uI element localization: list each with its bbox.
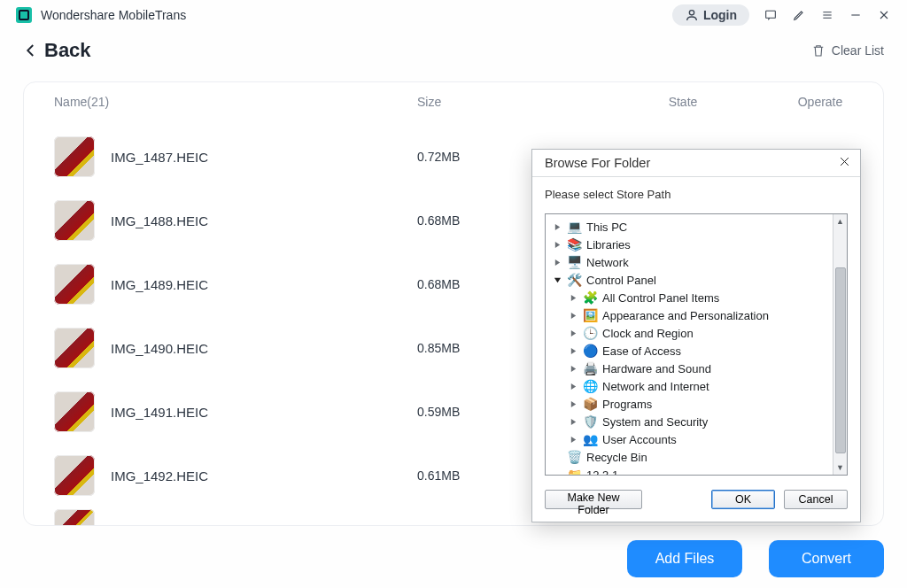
feedback-icon[interactable]	[764, 8, 778, 22]
folder-icon: 🖨️	[582, 362, 598, 375]
clear-list-label: Clear List	[832, 43, 884, 58]
close-button[interactable]	[877, 8, 891, 22]
chevron-right-icon[interactable]	[567, 415, 579, 428]
back-label: Back	[44, 39, 91, 62]
chevron-down-icon[interactable]	[551, 274, 563, 286]
thumbnail	[54, 136, 95, 177]
col-name: Name(21)	[54, 95, 417, 109]
tree-node[interactable]: 🕒Clock and Region	[546, 324, 833, 342]
tree-node[interactable]: 📚Libraries	[546, 236, 833, 253]
thumbnail	[54, 455, 95, 496]
menu-icon[interactable]	[820, 8, 834, 22]
tree-node-label: Recycle Bin	[586, 451, 647, 464]
minimize-button[interactable]	[849, 8, 863, 22]
tree-node[interactable]: 🗑️Recycle Bin	[546, 448, 833, 466]
login-button[interactable]: Login	[672, 4, 749, 26]
tree-node-label: User Accounts	[602, 433, 677, 446]
thumbnail	[54, 328, 95, 368]
chevron-right-icon[interactable]	[551, 256, 563, 268]
folder-icon: 💻	[566, 220, 582, 233]
ok-button[interactable]: OK	[711, 490, 775, 509]
folder-icon: 📁	[566, 468, 582, 475]
user-icon	[685, 8, 699, 22]
chevron-right-icon[interactable]	[567, 327, 579, 339]
tree-node[interactable]: 🖥️Network	[546, 253, 833, 271]
folder-icon: 📦	[582, 398, 598, 410]
chevron-right-icon[interactable]	[551, 238, 563, 251]
tree-node[interactable]: 🔵Ease of Access	[546, 342, 833, 360]
chevron-right-icon[interactable]	[567, 309, 579, 321]
tree-node[interactable]: 🖨️Hardware and Sound	[546, 360, 833, 377]
dialog-close-button[interactable]	[838, 155, 851, 171]
tree-node[interactable]: 👥User Accounts	[546, 430, 833, 448]
chevron-right-icon[interactable]	[567, 433, 579, 445]
tree-node[interactable]: 🛡️System and Security	[546, 413, 833, 430]
col-state: State	[585, 95, 780, 109]
app-title: Wondershare MobileTrans	[41, 8, 186, 22]
thumbnail	[54, 391, 95, 432]
file-name: IMG_1492.HEIC	[111, 468, 417, 484]
tree-node-label: Libraries	[586, 238, 631, 251]
tree-node-label: Control Panel	[586, 274, 656, 287]
tree-node[interactable]: 🖼️Appearance and Personalization	[546, 306, 833, 324]
tree-node[interactable]: 🛠️Control Panel	[546, 271, 833, 289]
file-name: IMG_1491.HEIC	[111, 405, 417, 420]
file-name: IMG_1487.HEIC	[111, 150, 417, 165]
folder-icon: 🔵	[582, 344, 598, 357]
tree-node[interactable]: 🧩All Control Panel Items	[546, 289, 833, 306]
chevron-right-icon[interactable]	[567, 380, 579, 392]
tree-node[interactable]: 📁12.3.1	[546, 466, 833, 475]
folder-tree[interactable]: 💻This PC📚Libraries🖥️Network🛠️Control Pan…	[546, 214, 833, 475]
svg-point-0	[689, 11, 694, 15]
thumbnail	[54, 509, 95, 525]
folder-icon: 🛡️	[582, 415, 598, 428]
tree-node-label: Appearance and Personalization	[602, 309, 769, 322]
folder-icon: 🖥️	[566, 256, 582, 268]
tree-node[interactable]: 📦Programs	[546, 395, 833, 413]
tree-node-label: Hardware and Sound	[602, 362, 711, 375]
expand-icon[interactable]	[551, 468, 563, 475]
tree-node[interactable]: 🌐Network and Internet	[546, 377, 833, 395]
tree-node-label: Programs	[602, 398, 652, 411]
tree-node-label: All Control Panel Items	[602, 291, 719, 305]
folder-icon: 🌐	[582, 380, 598, 392]
tree-node-label: Ease of Access	[602, 344, 681, 358]
trash-icon	[810, 43, 826, 58]
thumbnail	[54, 264, 95, 305]
folder-icon: 🕒	[582, 327, 598, 339]
tree-node[interactable]: 💻This PC	[546, 218, 833, 236]
tree-node-label: 12.3.1	[586, 468, 618, 476]
tree-node-label: Clock and Region	[602, 327, 694, 340]
tree-node-label: Network and Internet	[602, 380, 709, 393]
convert-button[interactable]: Convert	[769, 540, 884, 577]
chevron-right-icon[interactable]	[567, 398, 579, 410]
chevron-right-icon[interactable]	[567, 344, 579, 357]
app-logo	[16, 7, 32, 23]
folder-icon: 🖼️	[582, 309, 598, 321]
chevron-right-icon[interactable]	[567, 362, 579, 375]
browse-folder-dialog: Browse For Folder Please select Store Pa…	[531, 149, 861, 522]
dialog-instruction: Please select Store Path	[532, 177, 860, 213]
file-name: IMG_1488.HEIC	[111, 213, 417, 228]
folder-icon: 🧩	[582, 291, 598, 304]
tree-node-label: System and Security	[602, 415, 708, 429]
chevron-left-icon	[23, 43, 39, 58]
svg-rect-1	[766, 11, 776, 18]
clear-list-button[interactable]: Clear List	[810, 43, 884, 58]
dialog-scrollbar[interactable]: ▲ ▼	[833, 214, 847, 475]
make-new-folder-button[interactable]: Make New Folder	[545, 490, 642, 509]
add-files-button[interactable]: Add Files	[627, 540, 742, 577]
expand-icon[interactable]	[551, 451, 563, 463]
tree-node-label: This PC	[586, 220, 627, 234]
cancel-button[interactable]: Cancel	[784, 490, 848, 509]
folder-icon: 🗑️	[566, 451, 582, 463]
dialog-title: Browse For Folder	[545, 156, 650, 170]
chevron-right-icon[interactable]	[551, 220, 563, 233]
file-name: IMG_1489.HEIC	[111, 277, 417, 292]
col-operate: Operate	[780, 95, 860, 109]
edit-icon[interactable]	[792, 8, 806, 22]
folder-icon: 🛠️	[566, 274, 582, 286]
chevron-right-icon[interactable]	[567, 291, 579, 304]
back-button[interactable]: Back	[23, 39, 91, 62]
tree-node-label: Network	[586, 256, 629, 269]
